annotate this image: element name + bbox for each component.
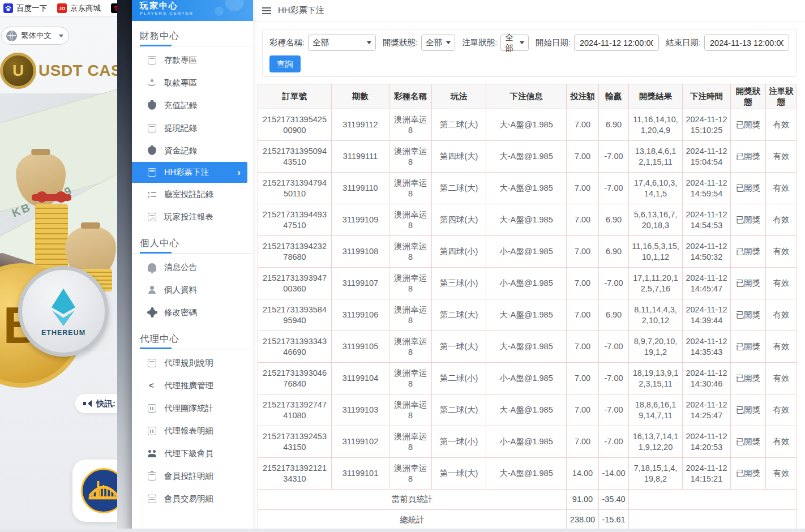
sidebar-item[interactable]: 廳室投註記錄 <box>132 183 253 205</box>
table-cell: 有效 <box>766 268 797 299</box>
sidebar-item-label: 玩家投注報表 <box>164 212 213 222</box>
table-cell: 2024-11-12 14:45:47 <box>683 268 731 299</box>
table-cell: 小-A盤@1.985 <box>486 426 567 458</box>
table-cell: 第一球(小) <box>432 426 486 458</box>
table-cell: 澳洲幸运8 <box>389 426 432 458</box>
table-cell: 澳洲幸运8 <box>389 204 432 236</box>
sidebar-item[interactable]: 代理報表明細 <box>132 419 253 442</box>
order-status-select[interactable]: 全部 <box>500 35 529 51</box>
ribbon-bow <box>32 194 71 201</box>
page-summary-empty <box>629 490 797 510</box>
sidebar-item[interactable]: 代理推廣管理 <box>132 374 253 397</box>
column-header: 下注信息 <box>486 84 567 109</box>
filter-row: 彩種名稱: 全部 開獎狀態: 全部 注單狀態: 全部 開始日期: 結束日期: <box>269 35 789 51</box>
bell-icon <box>148 263 156 272</box>
sidebar-item-label: 代理推廣管理 <box>164 380 213 391</box>
table-cell: 大-A盤@1.985 <box>486 173 567 204</box>
table-cell: 2024-11-12 14:50:32 <box>683 236 731 268</box>
bridge-icon <box>86 473 121 508</box>
list-icon <box>148 190 156 199</box>
table-cell: 31199107 <box>332 268 389 299</box>
table-cell: 7.00 <box>567 236 599 268</box>
table-row: 215217313930467684031199104澳洲幸运8第二球(小)小-… <box>258 363 797 394</box>
table-cell: 16,13,7,14,11,9,12,20 <box>629 426 683 458</box>
table-cell: 大-A盤@1.985 <box>486 299 567 331</box>
trans-icon <box>148 495 156 503</box>
sidebar-item[interactable]: 玩家投注報表 <box>132 205 253 228</box>
bets-header-row: 訂單號期數彩種名稱玩法下注信息投注額輸贏開獎結果下注時間開獎狀態注單狀態 <box>258 84 797 109</box>
start-date-label: 開始日期: <box>536 37 571 48</box>
sidebar-item[interactable]: 充值記錄 <box>132 94 253 117</box>
lottery-select[interactable]: 全部 <box>308 35 376 51</box>
table-cell: 澳洲幸运8 <box>389 331 432 363</box>
table-cell: 小-A盤@1.985 <box>486 268 567 299</box>
sidebar-section: 代理中心代理規則說明代理推廣管理代理團隊統計代理報表明細代理下級會員會員投註明細… <box>132 324 253 510</box>
draw-status-select[interactable]: 全部 <box>421 35 455 51</box>
table-cell: 8,9,7,20,10,19,1,2 <box>629 331 683 363</box>
chevron-right-icon: › <box>237 168 241 177</box>
sidebar-item[interactable]: 個人資料 <box>132 278 253 301</box>
table-cell: 2024-11-12 14:59:54 <box>683 173 731 204</box>
panel-shadow <box>117 0 132 532</box>
chevron-down-icon <box>59 35 63 37</box>
hamburger-icon[interactable] <box>262 10 271 11</box>
language-selector[interactable]: 繁体中文 <box>1 27 69 45</box>
table-cell: 已開獎 <box>731 109 766 141</box>
table-cell: 2024-11-12 14:39:44 <box>683 299 731 331</box>
page-summary-bet: 91.00 <box>567 490 599 510</box>
bookmark-baidu[interactable]: 百度一下 <box>3 3 47 14</box>
total-summary-empty <box>629 510 797 530</box>
table-cell: 第二球(小) <box>432 363 486 394</box>
section-underline <box>132 253 253 254</box>
table-cell: 2152173139358495940 <box>258 299 332 331</box>
total-summary-winloss: -15.61 <box>599 510 629 530</box>
lottery-filter-label: 彩種名稱: <box>269 37 305 48</box>
sidebar-item[interactable]: 存款專區 <box>132 49 253 71</box>
table-row: 215217313924534315031199102澳洲幸运8第一球(小)小-… <box>258 426 797 458</box>
sidebar-item[interactable]: 修改密碼 <box>132 301 253 324</box>
sidebar-item[interactable]: 會員投註明細 <box>132 465 253 487</box>
sidebar-item[interactable]: 代理下級會員 <box>132 442 253 465</box>
end-date-input[interactable] <box>704 35 789 51</box>
column-header: 投注額 <box>567 84 599 109</box>
table-cell: 6.90 <box>599 236 629 268</box>
table-row: 215217313921213431031199101澳洲幸运8第一球(大)大-… <box>258 458 797 490</box>
page-summary-label: 當前頁統計 <box>258 490 567 510</box>
sidebar-item[interactable]: HH彩票下注› <box>132 162 247 183</box>
table-cell: 31199105 <box>332 331 389 363</box>
table-cell: 已開獎 <box>731 268 766 299</box>
sidebar-item[interactable]: 取款專區 <box>132 71 253 94</box>
table-cell: 第二球(大) <box>432 173 486 204</box>
sidebar-item[interactable]: 消息公告 <box>132 256 253 278</box>
table-cell: 澳洲幸运8 <box>389 299 432 331</box>
sidebar-item-label: 存款專區 <box>164 55 197 66</box>
bookmark-label: 京东商城 <box>70 3 101 14</box>
sidebar-item-label: 個人資料 <box>164 285 197 295</box>
start-date-input[interactable] <box>574 35 659 51</box>
table-cell: 2152173139449347510 <box>258 204 332 236</box>
table-cell: 2024-11-12 14:20:53 <box>683 426 731 458</box>
sidebar-item[interactable]: 會員交易明細 <box>132 487 253 510</box>
table-cell: 澳洲幸运8 <box>389 363 432 394</box>
table-row: 215217313942327868031199108澳洲幸运8第四球(小)小-… <box>258 236 797 268</box>
order-status-filter-label: 注單狀態: <box>462 37 497 48</box>
table-cell: -14.00 <box>599 458 629 490</box>
table-cell: 31199103 <box>332 394 389 426</box>
sidebar-item[interactable]: 提現記錄 <box>132 117 253 139</box>
search-button[interactable]: 查詢 <box>269 55 301 72</box>
doc-icon <box>148 359 156 367</box>
table-cell: 7.00 <box>567 331 599 363</box>
table-cell: 已開獎 <box>731 363 766 394</box>
page-summary-row: 當前頁統計 91.00 -35.40 <box>258 490 797 510</box>
bookmark-jd[interactable]: JD 京东商城 <box>57 3 101 14</box>
sidebar-item-label: 提現記錄 <box>164 123 197 134</box>
table-cell: 17,1,11,20,12,5,7,16 <box>629 268 683 299</box>
sidebar-item[interactable]: 代理規則說明 <box>132 351 253 374</box>
hand-icon <box>148 79 156 87</box>
sidebar-item[interactable]: 代理團隊統計 <box>132 397 253 419</box>
table-cell: -7.00 <box>599 141 629 173</box>
sidebar-item[interactable]: 資金記錄 <box>132 139 253 162</box>
top-bar: HH彩票下注 <box>253 0 805 22</box>
table-cell: 11,16,5,3,15,10,1,12 <box>629 236 683 268</box>
table-cell: 有效 <box>766 363 797 394</box>
